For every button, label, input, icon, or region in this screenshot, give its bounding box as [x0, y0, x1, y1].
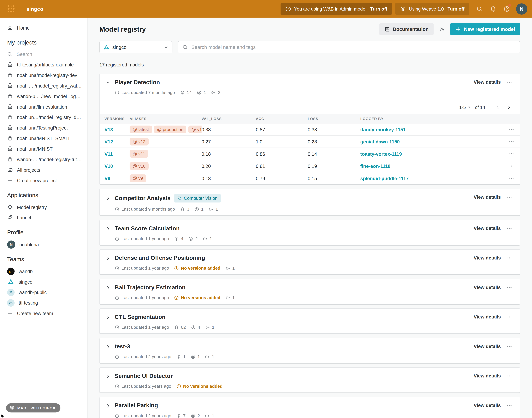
weave-banner[interactable]: Using Weave 1.0 Turn off: [395, 3, 469, 15]
view-details-link[interactable]: View details: [474, 373, 501, 379]
more-options-button[interactable]: [506, 255, 513, 261]
model-title[interactable]: Competitor Analysis: [115, 195, 171, 202]
alias-chip[interactable]: @ v10: [130, 162, 148, 170]
sidebar-item-project[interactable]: noahlun…/model_registry_d…: [0, 112, 87, 123]
admin-mode-banner[interactable]: You are using W&B in Admin mode. Turn of…: [281, 3, 392, 15]
more-options-button[interactable]: [506, 284, 513, 290]
expand-model-button[interactable]: [105, 373, 111, 380]
more-options-button[interactable]: [506, 194, 513, 200]
admin-turn-off-button[interactable]: Turn off: [370, 6, 387, 12]
next-page-button[interactable]: [506, 104, 512, 111]
model-title[interactable]: CTL Segmentation: [115, 314, 166, 321]
brand-name[interactable]: singco: [26, 6, 43, 12]
sidebar-item-model-registry[interactable]: Model registry: [0, 202, 87, 212]
sidebar-item-project[interactable]: noahl… /model_registry_wal…: [0, 80, 87, 91]
sidebar-item-project[interactable]: noahluna/TestingProject: [0, 123, 87, 133]
alias-chip[interactable]: @ v9: [130, 174, 146, 182]
expand-model-button[interactable]: [105, 284, 111, 291]
alias-chip[interactable]: @ latest: [130, 126, 152, 133]
sidebar-item-profile[interactable]: N noahluna: [0, 239, 87, 250]
logged-by-run-link[interactable]: splendid-puddle-1117: [360, 175, 409, 181]
expand-model-button[interactable]: [105, 314, 111, 321]
sidebar-search[interactable]: [0, 49, 87, 59]
logged-by-run-link[interactable]: toasty-vortex-1119: [360, 151, 402, 156]
logged-by-run-link[interactable]: dandy-monkey-1151: [360, 127, 406, 132]
expand-model-button[interactable]: [105, 195, 111, 202]
collapse-model-button[interactable]: [105, 79, 111, 86]
documentation-button[interactable]: Documentation: [379, 23, 434, 35]
row-options-button[interactable]: [508, 151, 515, 157]
model-title[interactable]: Semantic UI Detector: [115, 373, 173, 380]
more-options-button[interactable]: [506, 314, 513, 320]
sidebar-item-launch[interactable]: Launch: [0, 212, 87, 223]
sidebar-item-home[interactable]: Home: [0, 23, 87, 33]
model-search-input[interactable]: [191, 45, 516, 50]
model-title[interactable]: Team Score Calculation: [115, 225, 180, 232]
sidebar-item-project[interactable]: noahluna/MNIST: [0, 143, 87, 154]
sidebar-item-team-ttl-testing[interactable]: ttl-testing: [0, 298, 87, 308]
expand-model-button[interactable]: [105, 255, 111, 262]
view-details-link[interactable]: View details: [474, 194, 501, 200]
more-options-button[interactable]: [506, 343, 513, 349]
help-icon[interactable]: [500, 2, 513, 16]
weave-turn-off-button[interactable]: Turn off: [448, 6, 464, 12]
sidebar-item-project[interactable]: noahluna/llm-evaluation: [0, 101, 87, 112]
entity-select[interactable]: singco: [99, 41, 172, 53]
row-options-button[interactable]: [508, 139, 515, 145]
row-options-button[interactable]: [508, 126, 515, 132]
row-options-button[interactable]: [508, 175, 515, 181]
sidebar-item-team-wandb[interactable]: wandb: [0, 266, 87, 277]
sidebar-item-team-singco[interactable]: singco: [0, 277, 87, 287]
notifications-bell-icon[interactable]: [486, 2, 500, 16]
version-link[interactable]: V12: [105, 139, 113, 144]
expand-model-button[interactable]: [105, 225, 111, 232]
more-options-button[interactable]: [506, 402, 513, 408]
view-details-link[interactable]: View details: [474, 314, 501, 320]
view-details-link[interactable]: View details: [474, 79, 501, 85]
alias-chip[interactable]: @ v11: [130, 150, 148, 158]
sidebar-item-team-wandb-public[interactable]: wandb-public: [0, 287, 87, 298]
sidebar-item-project[interactable]: ttl-testing/artifacts-example: [0, 59, 87, 70]
pagination-range-dropdown[interactable]: 1-5: [459, 105, 471, 110]
expand-model-button[interactable]: [105, 402, 111, 409]
model-search-box[interactable]: [178, 41, 520, 53]
sidebar-item-create-team[interactable]: Create new team: [0, 308, 87, 318]
alias-chip[interactable]: @ v13: [189, 126, 201, 133]
model-title[interactable]: Ball Trajectory Estimation: [115, 284, 186, 291]
sidebar-search-input[interactable]: [17, 52, 68, 57]
more-options-button[interactable]: [506, 79, 513, 85]
sidebar-item-create-project[interactable]: Create new project: [0, 175, 87, 186]
sidebar-item-all-projects[interactable]: All projects: [0, 164, 87, 175]
settings-gear-button[interactable]: [437, 23, 447, 35]
sidebar-item-project[interactable]: wandb-… /model-registry-tut…: [0, 154, 87, 164]
model-title[interactable]: test-3: [115, 343, 130, 350]
more-options-button[interactable]: [506, 373, 513, 379]
previous-page-button[interactable]: [494, 104, 501, 111]
view-details-link[interactable]: View details: [474, 285, 501, 290]
search-icon[interactable]: [473, 2, 486, 16]
view-details-link[interactable]: View details: [474, 403, 501, 408]
model-title[interactable]: Parallel Parking: [115, 402, 158, 409]
logged-by-run-link[interactable]: fine-eon-1118: [360, 163, 390, 169]
sidebar-item-project[interactable]: wandb-p… /new_model_logg…: [0, 91, 87, 101]
row-options-button[interactable]: [508, 163, 515, 169]
version-link[interactable]: V11: [105, 151, 113, 156]
more-options-button[interactable]: [506, 225, 513, 232]
version-link[interactable]: V13: [105, 127, 113, 132]
model-category-tag[interactable]: Computer Vision: [174, 194, 221, 203]
logged-by-run-link[interactable]: genial-dawn-1150: [360, 139, 400, 144]
view-details-link[interactable]: View details: [474, 344, 501, 349]
alias-chip[interactable]: @ production: [154, 126, 186, 133]
sidebar-item-project[interactable]: noahluna/model-registry-dev: [0, 70, 87, 80]
model-title[interactable]: Defense and Offense Positioning: [115, 255, 205, 262]
version-link[interactable]: V10: [105, 163, 113, 169]
sidebar-item-project[interactable]: noahluna/MNIST_SMALL: [0, 133, 87, 143]
expand-model-button[interactable]: [105, 343, 111, 350]
model-title[interactable]: Player Detection: [115, 79, 160, 86]
user-avatar[interactable]: N: [516, 3, 527, 14]
new-registered-model-button[interactable]: New registered model: [450, 23, 520, 35]
version-link[interactable]: V9: [105, 175, 110, 181]
view-details-link[interactable]: View details: [474, 226, 501, 231]
alias-chip[interactable]: @ v12: [130, 138, 148, 145]
view-details-link[interactable]: View details: [474, 255, 501, 261]
